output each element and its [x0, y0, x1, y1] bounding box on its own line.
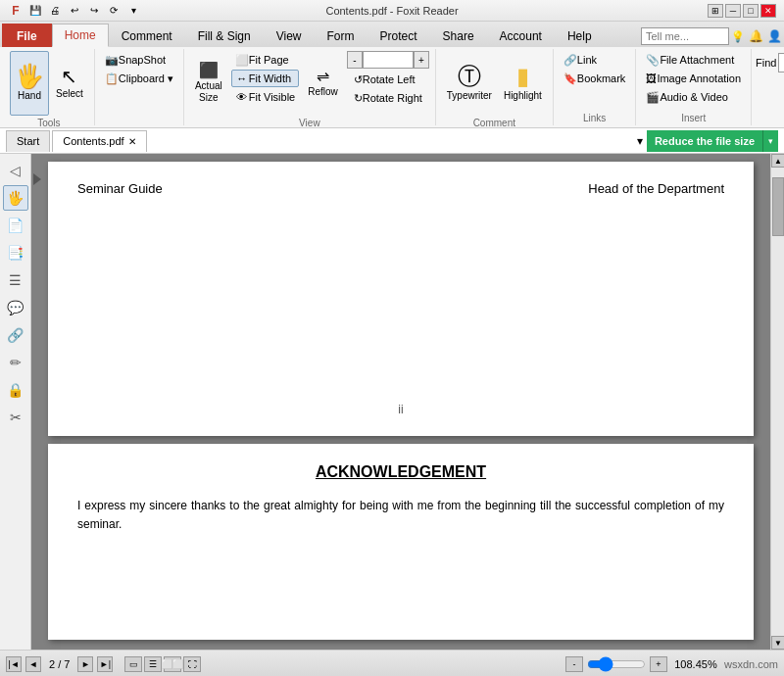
minimize-button[interactable]: ─ [725, 4, 741, 18]
tab-form[interactable]: Form [315, 24, 368, 47]
bookmarks-side-button[interactable]: 📑 [3, 240, 28, 266]
zoom-in-status-button[interactable]: + [650, 656, 667, 672]
hand-tool-button[interactable]: 🖐 Hand [10, 51, 49, 116]
zoom-out-status-button[interactable]: - [565, 656, 583, 672]
first-page-button[interactable]: |◄ [6, 656, 22, 672]
reduce-file-size-button[interactable]: Reduce the file size [647, 130, 762, 152]
grid-icon[interactable]: ⊞ [708, 4, 723, 18]
current-page: 2 [49, 658, 55, 670]
fit-width-icon: ↔ [235, 72, 249, 85]
zoom-decrease-button[interactable]: - [347, 51, 363, 69]
scroll-thumb[interactable] [772, 177, 784, 236]
user-icon[interactable]: 👤 [767, 29, 782, 43]
notification-bar: Start Contents.pdf ✕ ▾ Reduce the file s… [0, 128, 784, 154]
tab-help[interactable]: Help [555, 24, 605, 47]
contents-tab[interactable]: Contents.pdf ✕ [52, 130, 146, 152]
pdf-wrapper: Seminar Guide Head of the Department ii … [31, 154, 784, 650]
comment-group: Ⓣ Typewriter ▮ Highlight Comment [436, 49, 554, 125]
notification-icon[interactable]: 🔔 [749, 29, 763, 43]
two-page-button[interactable]: ⬜⬜ [164, 656, 181, 672]
clipboard-button[interactable]: 📋 Clipboard ▾ [101, 70, 177, 87]
nav-back-button[interactable]: ◁ [3, 158, 28, 183]
page-thumbnail-button[interactable]: 📄 [3, 213, 28, 238]
window-controls[interactable]: ⊞ ─ □ ✕ [708, 4, 776, 18]
highlight-button[interactable]: ▮ Highlight [499, 51, 547, 116]
layers-button[interactable]: ☰ [3, 267, 28, 293]
redo-icon[interactable]: ↪ [86, 3, 102, 19]
continuous-page-button[interactable]: ☰ [144, 656, 162, 672]
actual-size-button[interactable]: ⬛ ActualSize [190, 51, 227, 116]
tools-group-label: Tools [37, 116, 60, 128]
rotate-left-button[interactable]: ↺ Rotate Left [350, 71, 426, 88]
next-page-button[interactable]: ► [77, 656, 93, 672]
zoom-increase-button[interactable]: + [414, 51, 429, 69]
fit-width-label: Fit Width [249, 72, 291, 84]
bookmark-icon: 🔖 [564, 72, 577, 85]
reduce-dropdown-button[interactable]: ▾ [762, 130, 778, 152]
scroll-down-button[interactable]: ▼ [771, 636, 784, 650]
actual-size-label: ActualSize [195, 80, 222, 104]
tab-home[interactable]: Home [52, 24, 109, 47]
total-pages: 7 [64, 658, 70, 670]
maximize-button[interactable]: □ [743, 4, 759, 18]
search-row: Find 🔍 ⚙ [756, 53, 784, 72]
links-group-label: Links [583, 111, 606, 123]
more-icon[interactable]: ▾ [125, 3, 141, 19]
file-attachment-button[interactable]: 📎 File Attachment [642, 51, 745, 69]
tab-protect[interactable]: Protect [368, 24, 430, 47]
links-col: 🔗 Link 🔖 Bookmark [560, 51, 630, 87]
tell-me-area[interactable]: 💡 [641, 27, 745, 45]
single-page-button[interactable]: ▭ [124, 656, 142, 672]
search-area: Find 🔍 ⚙ [752, 49, 784, 125]
quick-access-toolbar: F 💾 🖨 ↩ ↪ ⟳ ▾ [8, 3, 141, 19]
fit-visible-button[interactable]: 👁 Fit Visible [231, 88, 299, 106]
reflow-label: Reflow [308, 86, 338, 98]
tab-comment[interactable]: Comment [109, 24, 185, 47]
search-input[interactable] [778, 53, 784, 72]
scroll-up-button[interactable]: ▲ [771, 154, 784, 168]
clipboard-label: Clipboard ▾ [119, 72, 173, 85]
prev-page-button[interactable]: ◄ [25, 656, 41, 672]
tab-file[interactable]: File [2, 24, 52, 47]
reflow-button[interactable]: ⇌ Reflow [303, 51, 343, 116]
full-screen-button[interactable]: ⛶ [183, 656, 201, 672]
refresh-icon[interactable]: ⟳ [106, 3, 122, 19]
rotate-right-button[interactable]: ↻ Rotate Right [350, 89, 426, 107]
audio-video-button[interactable]: 🎬 Audio & Video [642, 88, 745, 106]
last-page-button[interactable]: ►| [97, 656, 113, 672]
page-nav-triangle[interactable] [33, 173, 41, 185]
print-icon[interactable]: 🖨 [47, 3, 63, 19]
links-side-button[interactable]: 🔗 [3, 322, 28, 348]
link-button[interactable]: 🔗 Link [560, 51, 630, 69]
tools-side-button[interactable]: ✂ [3, 405, 28, 430]
bookmark-button[interactable]: 🔖 Bookmark [560, 70, 630, 87]
select-tool-button[interactable]: ↖ Select [51, 51, 88, 116]
tab-account[interactable]: Account [487, 24, 555, 47]
image-annotation-button[interactable]: 🖼 Image Annotation [642, 70, 745, 87]
tab-view[interactable]: View [264, 24, 315, 47]
zoom-input[interactable]: 108.45% [363, 51, 414, 69]
typewriter-button[interactable]: Ⓣ Typewriter [442, 51, 497, 116]
tab-fill-sign[interactable]: Fill & Sign [185, 24, 264, 47]
snapshot-button[interactable]: 📷 SnapShot [101, 51, 177, 69]
fit-page-button[interactable]: ⬜ Fit Page [231, 51, 299, 69]
zoom-slider[interactable] [587, 656, 646, 672]
fit-width-button[interactable]: ↔ Fit Width [231, 70, 299, 87]
page-number: ii [398, 403, 403, 416]
hand-side-button[interactable]: 🖐 [3, 185, 28, 211]
tab-share[interactable]: Share [430, 24, 487, 47]
tab-dropdown-arrow[interactable]: ▾ [633, 134, 647, 148]
close-tab-button[interactable]: ✕ [128, 136, 136, 147]
search-label: Find [756, 57, 776, 69]
save-icon[interactable]: 💾 [27, 3, 43, 19]
close-button[interactable]: ✕ [760, 4, 776, 18]
status-right: - + 108.45% wsxdn.com [565, 656, 778, 672]
start-tab[interactable]: Start [6, 130, 50, 152]
tell-me-input[interactable] [641, 27, 729, 45]
annotation-button[interactable]: ✏ [3, 350, 28, 375]
undo-icon[interactable]: ↩ [67, 3, 82, 19]
comments-side-button[interactable]: 💬 [3, 295, 28, 320]
bookmark-label: Bookmark [577, 72, 626, 84]
security-button[interactable]: 🔒 [3, 377, 28, 403]
scroll-track[interactable] [771, 168, 784, 636]
